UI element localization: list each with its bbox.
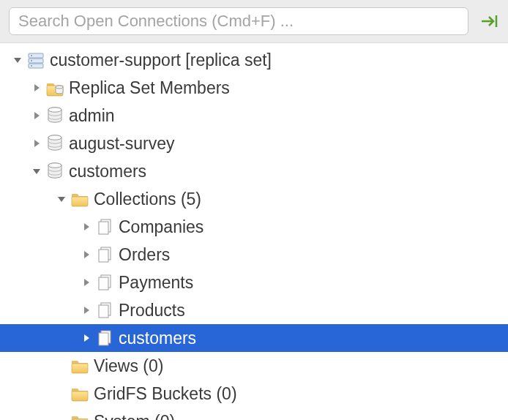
disclosure-expanded-icon[interactable] <box>12 54 23 66</box>
svg-point-8 <box>31 65 32 67</box>
svg-marker-9 <box>34 84 40 91</box>
tree-node-database-customers[interactable]: customers <box>0 157 508 185</box>
disclosure-collapsed-icon[interactable] <box>31 138 42 149</box>
folder-db-icon <box>45 78 64 97</box>
tree-node-database-admin[interactable]: admin <box>0 102 508 130</box>
import-connection-button[interactable] <box>479 11 499 31</box>
tree-node-label: customers <box>69 163 146 180</box>
tree-node-label: Collections (5) <box>94 191 201 208</box>
svg-rect-33 <box>99 305 108 318</box>
tree-node-system-group[interactable]: System (0) <box>0 408 508 420</box>
svg-marker-28 <box>84 279 89 286</box>
tree-node-label: Orders <box>119 247 170 263</box>
folder-icon <box>70 412 89 420</box>
svg-marker-12 <box>34 112 40 119</box>
documents-icon <box>95 245 114 264</box>
svg-marker-25 <box>84 251 89 258</box>
svg-rect-24 <box>99 222 108 234</box>
svg-rect-36 <box>99 333 108 345</box>
documents-icon <box>95 301 114 320</box>
disclosure-collapsed-icon[interactable] <box>81 221 92 233</box>
tree-node-label: Companies <box>119 219 203 236</box>
svg-point-6 <box>31 55 32 56</box>
svg-marker-18 <box>33 169 40 174</box>
tree-node-label: Products <box>119 302 185 319</box>
tree-node-label: GridFS Buckets (0) <box>94 386 237 402</box>
svg-marker-34 <box>84 334 89 342</box>
documents-icon <box>95 329 114 348</box>
svg-point-7 <box>31 60 32 61</box>
svg-point-11 <box>56 86 63 89</box>
tree-node-label: System (0) <box>94 413 175 421</box>
database-icon <box>45 162 64 181</box>
svg-point-20 <box>48 163 61 168</box>
tree-node-label: customers <box>119 330 196 347</box>
tree-node-label: august-survey <box>69 135 174 152</box>
disclosure-collapsed-icon[interactable] <box>81 332 92 344</box>
tree-node-label: admin <box>69 108 115 124</box>
tree-node-collections-group[interactable]: Collections (5) <box>0 185 508 213</box>
disclosure-collapsed-icon[interactable] <box>81 304 92 316</box>
svg-marker-21 <box>58 197 65 202</box>
tree-node-gridfs-group[interactable]: GridFS Buckets (0) <box>0 380 508 408</box>
toolbar <box>0 0 508 43</box>
tree-node-label: Replica Set Members <box>69 80 230 97</box>
svg-point-14 <box>48 108 61 112</box>
tree-node-collection-products[interactable]: Products <box>0 296 508 324</box>
tree-node-database-august-survey[interactable]: august-survey <box>0 130 508 157</box>
documents-icon <box>95 273 114 292</box>
documents-icon <box>95 217 114 236</box>
svg-marker-22 <box>84 223 89 230</box>
svg-point-17 <box>48 135 61 140</box>
svg-rect-27 <box>99 250 108 262</box>
tree-node-label: Payments <box>119 274 193 291</box>
svg-marker-31 <box>84 307 89 314</box>
tree-node-collection-payments[interactable]: Payments <box>0 269 508 296</box>
svg-marker-2 <box>14 58 21 63</box>
disclosure-collapsed-icon[interactable] <box>81 249 92 260</box>
folder-icon <box>70 190 89 209</box>
disclosure-expanded-icon[interactable] <box>56 193 67 205</box>
tree-node-views-group[interactable]: Views (0) <box>0 352 508 380</box>
tree-node-label: customer-support [replica set] <box>50 52 272 69</box>
folder-icon <box>70 384 89 403</box>
search-input[interactable] <box>9 7 468 35</box>
tree-node-collection-customers[interactable]: customers <box>0 324 508 352</box>
tree-node-collection-companies[interactable]: Companies <box>0 213 508 241</box>
disclosure-expanded-icon[interactable] <box>31 165 42 177</box>
tree-node-replica-members[interactable]: Replica Set Members <box>0 74 508 102</box>
disclosure-collapsed-icon[interactable] <box>81 277 92 288</box>
tree-node-label: Views (0) <box>94 358 163 375</box>
folder-icon <box>70 356 89 375</box>
tree-node-connection[interactable]: customer-support [replica set] <box>0 46 508 74</box>
database-icon <box>45 134 64 153</box>
server-icon <box>26 50 45 70</box>
disclosure-collapsed-icon[interactable] <box>31 82 42 94</box>
arrow-into-bar-icon <box>480 14 498 29</box>
connections-tree: customer-support [replica set] Replica S… <box>0 43 508 420</box>
database-icon <box>45 106 64 125</box>
tree-node-collection-orders[interactable]: Orders <box>0 241 508 269</box>
svg-marker-15 <box>34 140 40 147</box>
svg-rect-30 <box>99 277 108 290</box>
disclosure-collapsed-icon[interactable] <box>31 110 42 121</box>
